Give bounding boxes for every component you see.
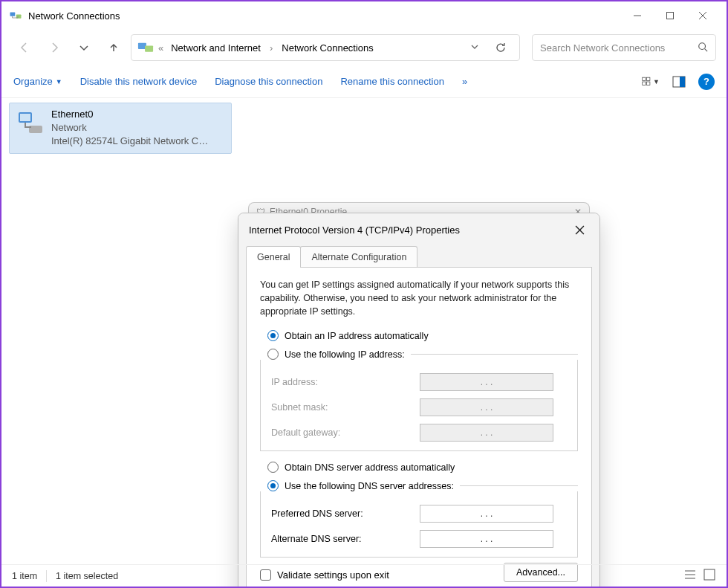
input-ip-address: . . . (420, 373, 553, 391)
radio-ip-manual[interactable] (267, 349, 279, 360)
preview-pane-button[interactable] (670, 73, 688, 91)
help-button[interactable]: ? (698, 74, 715, 90)
svg-rect-17 (20, 114, 30, 121)
svg-line-9 (705, 48, 708, 51)
dialog-tabs: General Alternate Configuration (238, 246, 599, 268)
status-bar: 1 item 1 item selected (1, 564, 727, 587)
svg-rect-26 (704, 569, 715, 580)
svg-point-8 (699, 42, 706, 49)
disable-device-button[interactable]: Disable this network device (80, 76, 198, 87)
tab-body-general: You can get IP settings assigned automat… (246, 267, 592, 588)
explorer-window: Network Connections « Network and Intern… (0, 0, 728, 588)
nav-bar: « Network and Internet › Network Connect… (1, 30, 727, 65)
chevron-right-icon: › (268, 42, 274, 54)
dialog-title-bar: Internet Protocol Version 4 (TCP/IPv4) P… (238, 213, 599, 246)
label-ip-address: IP address: (271, 377, 420, 387)
address-dropdown-icon[interactable] (469, 42, 481, 54)
radio-dns-manual[interactable] (267, 480, 279, 491)
svg-rect-10 (643, 77, 646, 80)
tab-alternate-configuration[interactable]: Alternate Configuration (300, 246, 417, 268)
close-button[interactable] (686, 4, 719, 27)
svg-rect-12 (643, 82, 646, 85)
input-preferred-dns[interactable]: . . . (420, 505, 553, 523)
large-icons-view-icon[interactable] (703, 568, 716, 584)
organize-menu[interactable]: Organize▼ (13, 76, 62, 87)
input-subnet-mask: . . . (420, 398, 553, 416)
control-panel-icon (137, 41, 154, 54)
svg-rect-0 (10, 13, 16, 16)
diagnose-button[interactable]: Diagnose this connection (215, 76, 322, 87)
ipv4-properties-dialog: Internet Protocol Version 4 (TCP/IPv4) P… (238, 213, 600, 588)
radio-ip-auto[interactable] (267, 330, 279, 341)
adapter-name: Ethernet0 (51, 108, 208, 121)
dialog-title: Internet Protocol Version 4 (TCP/IPv4) P… (249, 224, 460, 236)
recent-locations-button[interactable] (71, 35, 97, 60)
search-placeholder: Search Network Connections (540, 42, 665, 54)
title-bar: Network Connections (1, 1, 727, 30)
svg-rect-11 (647, 77, 650, 80)
details-view-icon[interactable] (683, 568, 697, 584)
overflow-button[interactable]: » (462, 76, 467, 87)
svg-rect-3 (667, 13, 674, 19)
up-button[interactable] (101, 35, 126, 60)
rename-button[interactable]: Rename this connection (340, 76, 443, 87)
refresh-button[interactable] (488, 35, 513, 60)
input-alternate-dns[interactable]: . . . (420, 530, 553, 548)
minimize-button[interactable] (621, 4, 654, 27)
adapter-text: Ethernet0 Network Intel(R) 82574L Gigabi… (51, 108, 208, 149)
label-preferred-dns: Preferred DNS server: (271, 508, 420, 519)
search-input[interactable]: Search Network Connections (532, 34, 716, 61)
breadcrumb-network-connections[interactable]: Network Connections (279, 41, 377, 55)
dialog-close-button[interactable] (570, 220, 589, 239)
back-button[interactable] (12, 35, 37, 60)
dns-fieldset: Preferred DNS server: . . . Alternate DN… (260, 491, 578, 558)
maximize-button[interactable] (654, 4, 686, 27)
network-connections-icon (9, 9, 22, 22)
label-ip-manual: Use the following IP address: (285, 349, 405, 360)
adapter-device: Intel(R) 82574L Gigabit Network C… (51, 135, 208, 148)
adapter-item-ethernet0[interactable]: Ethernet0 Network Intel(R) 82574L Gigabi… (9, 103, 232, 154)
forward-button[interactable] (42, 35, 67, 60)
svg-rect-7 (145, 45, 153, 51)
view-options-button[interactable]: ▼ (642, 73, 660, 91)
radio-dns-auto[interactable] (267, 462, 279, 473)
status-selected-count: 1 item selected (56, 571, 118, 581)
ip-fieldset: IP address: . . . Subnet mask: . . . Def… (260, 360, 578, 451)
address-bar[interactable]: « Network and Internet › Network Connect… (131, 34, 520, 61)
network-adapter-icon (16, 108, 45, 138)
label-ip-auto: Obtain an IP address automatically (285, 331, 429, 341)
label-dns-manual: Use the following DNS server addresses: (285, 481, 454, 491)
svg-rect-13 (647, 82, 650, 85)
adapter-status: Network (51, 121, 208, 135)
content-area: Ethernet0 Network Intel(R) 82574L Gigabi… (1, 98, 727, 564)
label-subnet-mask: Subnet mask: (271, 402, 420, 413)
input-default-gateway: . . . (420, 424, 553, 442)
tab-general[interactable]: General (246, 246, 301, 268)
search-icon (698, 42, 708, 54)
label-alternate-dns: Alternate DNS server: (271, 534, 420, 544)
window-title: Network Connections (28, 10, 120, 22)
label-default-gateway: Default gateway: (271, 427, 420, 438)
label-dns-auto: Obtain DNS server address automatically (285, 462, 455, 473)
chevron-down-icon: ▼ (56, 78, 62, 85)
intro-text: You can get IP settings assigned automat… (260, 278, 578, 318)
breadcrumb-root[interactable]: « (158, 42, 163, 54)
status-item-count: 1 item (12, 571, 37, 581)
breadcrumb-network-internet[interactable]: Network and Internet (168, 41, 264, 55)
svg-rect-15 (680, 77, 685, 87)
command-bar: Organize▼ Disable this network device Di… (1, 65, 727, 98)
